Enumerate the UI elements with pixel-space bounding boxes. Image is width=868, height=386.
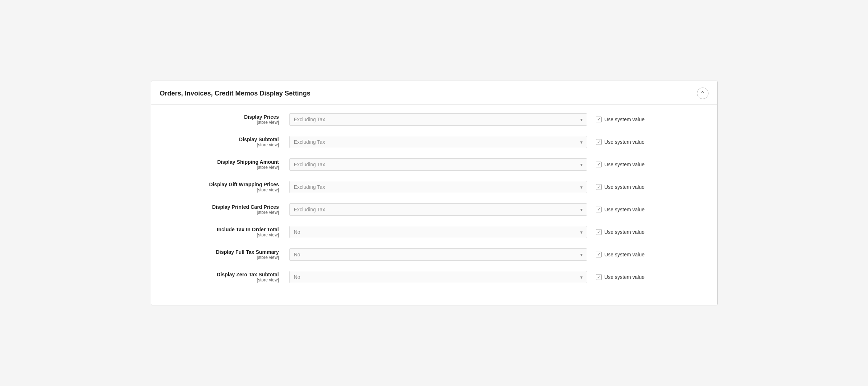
checkbox-label-display-zero-tax-subtotal: Use system value [605,274,645,280]
checkbox-include-tax-in-order-total[interactable] [596,229,602,235]
select-display-printed-card-prices[interactable]: Excluding TaxIncluding TaxIncluding and … [289,203,587,216]
checkbox-wrap-display-shipping-amount: Use system value [596,162,676,167]
field-label-display-printed-card-prices: Display Printed Card Prices [166,204,279,210]
select-include-tax-in-order-total[interactable]: NoYes [289,226,587,238]
select-display-zero-tax-subtotal[interactable]: NoYes [289,271,587,283]
label-wrap-display-full-tax-summary: Display Full Tax Summary[store view] [166,249,289,260]
select-wrapper-display-zero-tax-subtotal: NoYes [289,271,587,283]
select-wrapper-display-full-tax-summary: NoYes [289,248,587,261]
form-row-display-printed-card-prices: Display Printed Card Prices[store view]E… [166,203,703,216]
select-wrapper-display-prices: Excluding TaxIncluding TaxIncluding and … [289,113,587,126]
control-wrap-display-printed-card-prices: Excluding TaxIncluding TaxIncluding and … [289,203,587,216]
field-sublabel-display-subtotal: [store view] [166,142,279,147]
field-sublabel-include-tax-in-order-total: [store view] [166,232,279,237]
control-wrap-display-gift-wrapping-prices: Excluding TaxIncluding TaxIncluding and … [289,181,587,193]
field-label-display-gift-wrapping-prices: Display Gift Wrapping Prices [166,182,279,187]
select-wrapper-include-tax-in-order-total: NoYes [289,226,587,238]
control-wrap-display-prices: Excluding TaxIncluding TaxIncluding and … [289,113,587,126]
select-wrapper-display-shipping-amount: Excluding TaxIncluding TaxIncluding and … [289,158,587,171]
select-display-prices[interactable]: Excluding TaxIncluding TaxIncluding and … [289,113,587,126]
control-wrap-display-zero-tax-subtotal: NoYes [289,271,587,283]
field-label-display-prices: Display Prices [166,114,279,120]
checkbox-display-full-tax-summary[interactable] [596,252,602,257]
checkbox-label-display-printed-card-prices: Use system value [605,207,645,212]
checkbox-display-shipping-amount[interactable] [596,162,602,167]
field-sublabel-display-prices: [store view] [166,120,279,125]
field-label-display-full-tax-summary: Display Full Tax Summary [166,249,279,255]
field-label-display-zero-tax-subtotal: Display Zero Tax Subtotal [166,272,279,277]
form-row-display-full-tax-summary: Display Full Tax Summary[store view]NoYe… [166,248,703,261]
label-wrap-display-zero-tax-subtotal: Display Zero Tax Subtotal[store view] [166,272,289,283]
select-wrapper-display-printed-card-prices: Excluding TaxIncluding TaxIncluding and … [289,203,587,216]
field-label-display-subtotal: Display Subtotal [166,137,279,142]
checkbox-display-gift-wrapping-prices[interactable] [596,184,602,190]
select-display-full-tax-summary[interactable]: NoYes [289,248,587,261]
checkbox-wrap-display-full-tax-summary: Use system value [596,252,676,257]
select-wrapper-display-gift-wrapping-prices: Excluding TaxIncluding TaxIncluding and … [289,181,587,193]
checkbox-label-display-subtotal: Use system value [605,139,645,145]
field-sublabel-display-gift-wrapping-prices: [store view] [166,187,279,192]
label-wrap-display-prices: Display Prices[store view] [166,114,289,125]
label-wrap-include-tax-in-order-total: Include Tax In Order Total[store view] [166,227,289,237]
checkbox-display-zero-tax-subtotal[interactable] [596,274,602,280]
checkbox-wrap-display-prices: Use system value [596,117,676,122]
field-label-include-tax-in-order-total: Include Tax In Order Total [166,227,279,232]
select-display-gift-wrapping-prices[interactable]: Excluding TaxIncluding TaxIncluding and … [289,181,587,193]
checkbox-wrap-display-subtotal: Use system value [596,139,676,145]
select-wrapper-display-subtotal: Excluding TaxIncluding TaxIncluding and … [289,136,587,148]
checkbox-label-display-shipping-amount: Use system value [605,162,645,167]
form-row-include-tax-in-order-total: Include Tax In Order Total[store view]No… [166,226,703,238]
checkbox-label-display-full-tax-summary: Use system value [605,252,645,257]
checkbox-wrap-display-printed-card-prices: Use system value [596,207,676,212]
label-wrap-display-shipping-amount: Display Shipping Amount[store view] [166,159,289,170]
control-wrap-display-shipping-amount: Excluding TaxIncluding TaxIncluding and … [289,158,587,171]
checkbox-label-display-prices: Use system value [605,117,645,122]
select-display-shipping-amount[interactable]: Excluding TaxIncluding TaxIncluding and … [289,158,587,171]
select-display-subtotal[interactable]: Excluding TaxIncluding TaxIncluding and … [289,136,587,148]
checkbox-display-printed-card-prices[interactable] [596,207,602,212]
form-row-display-zero-tax-subtotal: Display Zero Tax Subtotal[store view]NoY… [166,271,703,283]
panel-title: Orders, Invoices, Credit Memos Display S… [160,90,311,97]
panel-header: Orders, Invoices, Credit Memos Display S… [151,81,717,105]
field-sublabel-display-zero-tax-subtotal: [store view] [166,277,279,283]
checkbox-wrap-display-zero-tax-subtotal: Use system value [596,274,676,280]
panel-body: Display Prices[store view]Excluding TaxI… [151,105,717,305]
form-row-display-subtotal: Display Subtotal[store view]Excluding Ta… [166,136,703,148]
control-wrap-display-full-tax-summary: NoYes [289,248,587,261]
field-sublabel-display-full-tax-summary: [store view] [166,255,279,260]
checkbox-label-include-tax-in-order-total: Use system value [605,229,645,235]
field-label-display-shipping-amount: Display Shipping Amount [166,159,279,165]
form-row-display-gift-wrapping-prices: Display Gift Wrapping Prices[store view]… [166,181,703,193]
checkbox-label-display-gift-wrapping-prices: Use system value [605,184,645,190]
checkbox-wrap-display-gift-wrapping-prices: Use system value [596,184,676,190]
control-wrap-include-tax-in-order-total: NoYes [289,226,587,238]
form-row-display-prices: Display Prices[store view]Excluding TaxI… [166,113,703,126]
label-wrap-display-subtotal: Display Subtotal[store view] [166,137,289,147]
collapse-button[interactable]: ⌃ [697,88,708,99]
field-sublabel-display-shipping-amount: [store view] [166,165,279,170]
checkbox-display-subtotal[interactable] [596,139,602,145]
label-wrap-display-printed-card-prices: Display Printed Card Prices[store view] [166,204,289,215]
field-sublabel-display-printed-card-prices: [store view] [166,210,279,215]
form-row-display-shipping-amount: Display Shipping Amount[store view]Exclu… [166,158,703,171]
label-wrap-display-gift-wrapping-prices: Display Gift Wrapping Prices[store view] [166,182,289,192]
checkbox-display-prices[interactable] [596,117,602,122]
settings-panel: Orders, Invoices, Credit Memos Display S… [151,81,718,305]
control-wrap-display-subtotal: Excluding TaxIncluding TaxIncluding and … [289,136,587,148]
checkbox-wrap-include-tax-in-order-total: Use system value [596,229,676,235]
